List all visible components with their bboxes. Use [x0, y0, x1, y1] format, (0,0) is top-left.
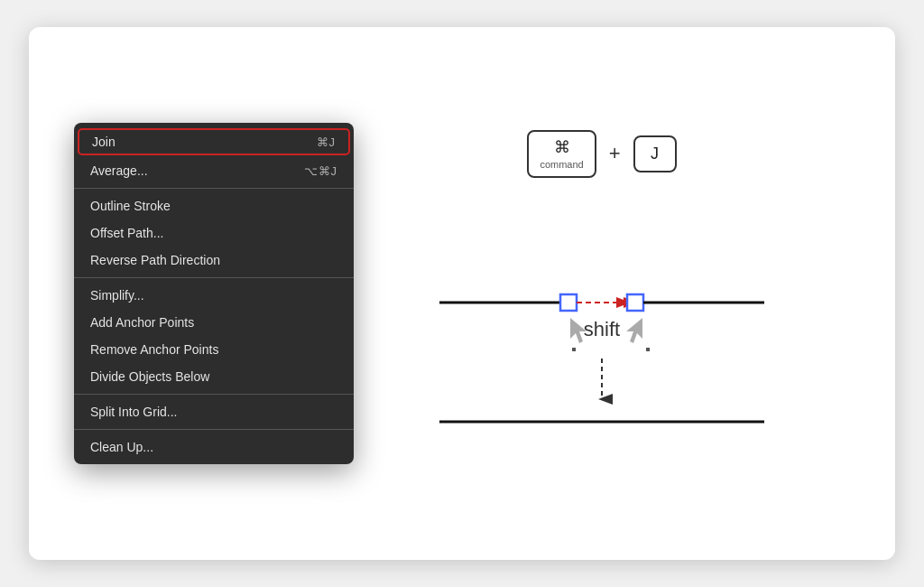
menu-item-join[interactable]: Join⌘J — [78, 128, 350, 155]
menu-separator — [74, 277, 354, 278]
menu-shortcut: ⌘J — [317, 135, 337, 149]
menu-label: Reverse Path Direction — [90, 253, 220, 267]
menu-separator — [74, 394, 354, 395]
svg-rect-10 — [646, 348, 650, 351]
menu-item-simplify[interactable]: Simplify... — [74, 282, 354, 309]
cmd-label: command — [540, 159, 583, 170]
menu-item-clean-up[interactable]: Clean Up... — [74, 433, 354, 461]
menu-separator — [74, 429, 354, 430]
menu-label: Simplify... — [90, 288, 144, 303]
shortcut-display: ⌘ command + J — [527, 130, 676, 178]
menu-label: Divide Objects Below — [90, 369, 209, 384]
menu-separator — [74, 188, 354, 189]
menu-label: Add Anchor Points — [90, 315, 194, 330]
plus-sign: + — [609, 142, 621, 165]
menu-item-split-grid[interactable]: Split Into Grid... — [74, 398, 354, 425]
menu-item-divide-objects[interactable]: Divide Objects Below — [74, 363, 354, 390]
menu-item-average[interactable]: Average...⌥⌘J — [74, 157, 354, 184]
menu-item-outline-stroke[interactable]: Outline Stroke — [74, 192, 354, 219]
menu-label: Average... — [90, 163, 148, 178]
svg-rect-7 — [572, 348, 576, 351]
menu-label: Clean Up... — [90, 440, 153, 454]
menu-label: Remove Anchor Points — [90, 342, 218, 357]
main-card: Join⌘JAverage...⌥⌘JOutline StrokeOffset … — [29, 27, 895, 560]
svg-text:shift: shift — [584, 318, 620, 340]
menu-item-reverse-path[interactable]: Reverse Path Direction — [74, 247, 354, 274]
svg-rect-4 — [627, 294, 643, 311]
path-diagram: shift — [412, 205, 791, 458]
menu-item-add-anchor[interactable]: Add Anchor Points — [74, 309, 354, 336]
menu-item-offset-path[interactable]: Offset Path... — [74, 219, 354, 247]
j-key: J — [633, 135, 677, 172]
cmd-symbol: ⌘ — [540, 137, 583, 157]
menu-label: Split Into Grid... — [90, 405, 177, 419]
svg-rect-1 — [560, 294, 577, 311]
right-panel: ⌘ command + J shift — [354, 54, 850, 533]
menu-label: Join — [92, 135, 116, 149]
menu-label: Offset Path... — [90, 226, 163, 240]
context-menu: Join⌘JAverage...⌥⌘JOutline StrokeOffset … — [74, 123, 354, 464]
menu-shortcut: ⌥⌘J — [304, 164, 338, 178]
menu-item-remove-anchor[interactable]: Remove Anchor Points — [74, 336, 354, 363]
svg-marker-9 — [626, 318, 642, 343]
menu-label: Outline Stroke — [90, 199, 171, 213]
command-key: ⌘ command — [527, 130, 596, 178]
